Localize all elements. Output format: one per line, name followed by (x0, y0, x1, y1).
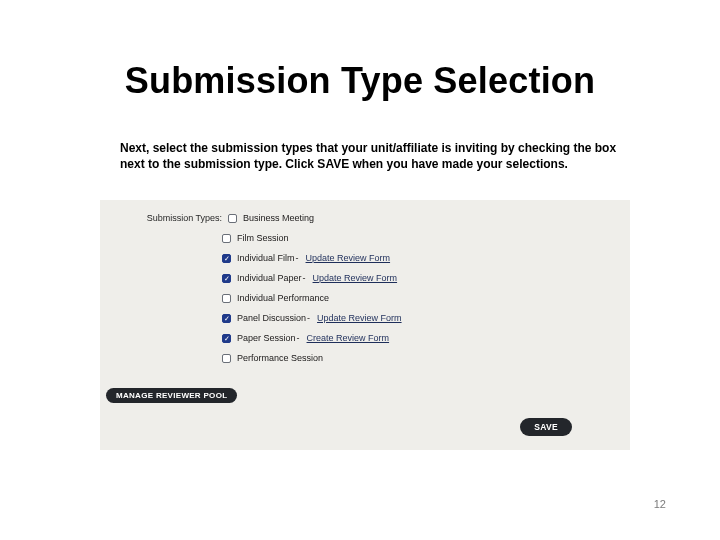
submission-type-row: ✓ Individual Paper - Update Review Form (222, 268, 630, 288)
submission-type-row: ✓ Panel Discussion - Update Review Form (222, 308, 630, 328)
submission-types-heading: Submission Types: (134, 213, 228, 223)
checkbox-individual-performance[interactable] (222, 294, 231, 303)
label-paper-session: Paper Session (237, 333, 296, 343)
submission-type-row: Individual Performance (222, 288, 630, 308)
submission-type-row: Performance Session (222, 348, 630, 368)
label-performance-session: Performance Session (237, 353, 323, 363)
link-paper-session-review[interactable]: Create Review Form (307, 333, 390, 343)
checkbox-performance-session[interactable] (222, 354, 231, 363)
submission-type-row: Submission Types: Business Meeting (134, 208, 630, 228)
submission-type-row: Film Session (222, 228, 630, 248)
checkbox-film-session[interactable] (222, 234, 231, 243)
label-individual-performance: Individual Performance (237, 293, 329, 303)
checkbox-business-meeting[interactable] (228, 214, 237, 223)
label-business-meeting: Business Meeting (243, 213, 314, 223)
link-individual-paper-review[interactable]: Update Review Form (313, 273, 398, 283)
separator: - (303, 273, 306, 283)
checkbox-paper-session[interactable]: ✓ (222, 334, 231, 343)
submission-type-row: ✓ Individual Film - Update Review Form (222, 248, 630, 268)
label-individual-film: Individual Film (237, 253, 295, 263)
separator: - (297, 333, 300, 343)
checkbox-individual-film[interactable]: ✓ (222, 254, 231, 263)
link-individual-film-review[interactable]: Update Review Form (306, 253, 391, 263)
instructions-text: Next, select the submission types that y… (120, 140, 620, 172)
checkbox-individual-paper[interactable]: ✓ (222, 274, 231, 283)
link-panel-discussion-review[interactable]: Update Review Form (317, 313, 402, 323)
submission-type-row: ✓ Paper Session - Create Review Form (222, 328, 630, 348)
slide: Submission Type Selection Next, select t… (0, 0, 720, 540)
checkbox-panel-discussion[interactable]: ✓ (222, 314, 231, 323)
separator: - (296, 253, 299, 263)
label-film-session: Film Session (237, 233, 289, 243)
manage-reviewer-pool-button[interactable]: MANAGE REVIEWER POOL (106, 388, 237, 403)
label-individual-paper: Individual Paper (237, 273, 302, 283)
label-panel-discussion: Panel Discussion (237, 313, 306, 323)
page-title: Submission Type Selection (0, 60, 720, 102)
save-button[interactable]: SAVE (520, 418, 572, 436)
separator: - (307, 313, 310, 323)
submission-types-panel: Submission Types: Business Meeting Film … (100, 200, 630, 450)
page-number: 12 (654, 498, 666, 510)
